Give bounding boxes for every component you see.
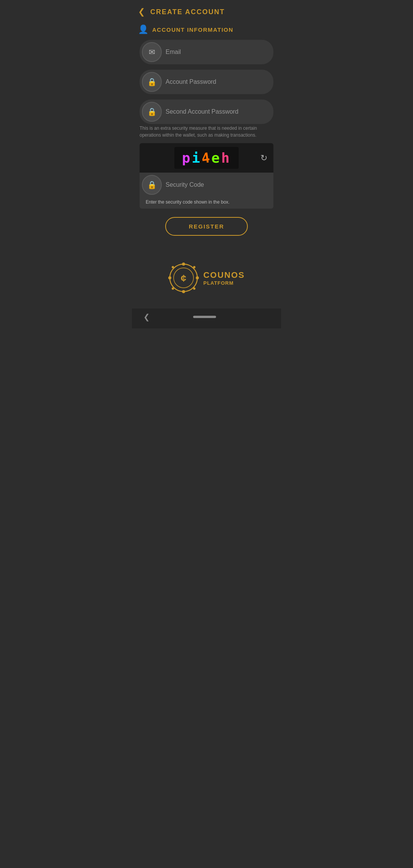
captcha-char-h: h (221, 150, 231, 166)
bottom-nav: ❮ (132, 308, 281, 328)
bottom-back-icon: ❮ (143, 313, 150, 321)
email-input-row: ✉ (140, 40, 273, 64)
account-icon: 👤 (138, 24, 148, 34)
svg-text:¢: ¢ (180, 272, 186, 284)
security-code-icon-wrap: 🔒 (142, 175, 162, 195)
logo-text: COUNOS PLATFORM (203, 270, 245, 286)
captcha-image: pi4eh ↻ (140, 143, 273, 173)
security-note: This is an extra security measure that i… (132, 125, 281, 139)
logo-name: COUNOS (203, 270, 245, 280)
svg-point-8 (193, 287, 195, 290)
svg-point-1 (182, 263, 185, 266)
header: ❮ CREATE ACCOUNT (132, 0, 281, 21)
svg-point-4 (196, 276, 199, 279)
svg-point-5 (172, 266, 174, 268)
svg-point-6 (193, 266, 195, 268)
section-header: 👤 ACCOUNT INFORMATION (132, 21, 281, 40)
page: ❮ CREATE ACCOUNT 👤 ACCOUNT INFORMATION ✉… (132, 0, 281, 328)
svg-point-7 (172, 287, 174, 290)
home-indicator (193, 316, 216, 318)
captcha-display: pi4eh (174, 147, 239, 169)
back-icon: ❮ (138, 7, 145, 17)
security-code-input-row: 🔒 (140, 173, 273, 197)
lock-icon-2: 🔒 (147, 107, 157, 116)
logo-icon: ¢ (168, 263, 199, 293)
section-title: ACCOUNT INFORMATION (152, 26, 233, 33)
page-title: CREATE ACCOUNT (150, 8, 225, 16)
register-button[interactable]: REGISTER (165, 217, 248, 236)
captcha-char-4: 4 (200, 149, 212, 166)
email-icon: ✉ (149, 47, 155, 57)
bottom-back-button[interactable]: ❮ (143, 312, 150, 321)
account-password-field[interactable] (166, 75, 267, 88)
logo-sub: PLATFORM (203, 280, 245, 286)
svg-point-3 (168, 276, 171, 279)
second-password-field[interactable] (166, 105, 267, 118)
password-input-row: 🔒 (140, 70, 273, 94)
lock-icon: 🔒 (147, 77, 157, 86)
captcha-hint: Enter the security code shown in the box… (140, 197, 273, 209)
password-icon-wrap: 🔒 (142, 72, 162, 92)
svg-point-2 (182, 290, 185, 293)
captcha-section: pi4eh ↻ 🔒 Enter the security code shown … (140, 143, 273, 209)
second-password-icon-wrap: 🔒 (142, 102, 162, 122)
email-icon-wrap: ✉ (142, 42, 162, 62)
back-button[interactable]: ❮ (138, 7, 145, 17)
email-field[interactable] (166, 46, 267, 59)
captcha-refresh-button[interactable]: ↻ (260, 153, 267, 163)
form-area: ✉ 🔒 🔒 (132, 40, 281, 124)
second-password-input-row: 🔒 (140, 100, 273, 124)
captcha-char-p: p (182, 150, 192, 166)
security-lock-icon: 🔒 (147, 180, 157, 189)
security-code-field[interactable] (166, 178, 267, 191)
logo: ¢ COUNOS PLATFORM (168, 263, 245, 293)
captcha-char-i: i (192, 150, 202, 166)
logo-area: ¢ COUNOS PLATFORM (132, 240, 281, 308)
register-wrap: REGISTER (132, 209, 281, 240)
captcha-char-e: e (211, 150, 221, 166)
